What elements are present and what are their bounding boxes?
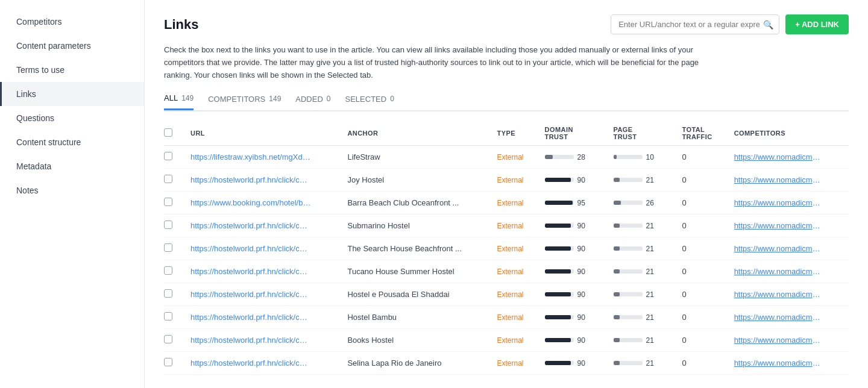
competitor-link[interactable]: https://www.nomadicmat... xyxy=(734,152,825,161)
anchor-text: LifeStraw xyxy=(347,152,380,161)
select-all-checkbox[interactable] xyxy=(164,128,172,137)
page-trust-value: 21 xyxy=(646,359,658,368)
search-input[interactable] xyxy=(611,14,779,34)
sidebar-item-questions[interactable]: Questions xyxy=(0,106,144,130)
bar-bg xyxy=(545,224,574,228)
url-link[interactable]: https://hostelworld.prf.hn/click/camref:… xyxy=(190,267,311,276)
tab-all[interactable]: ALL 149 xyxy=(164,93,193,110)
row-type-cell: External xyxy=(489,329,537,352)
url-link[interactable]: https://hostelworld.prf.hn/click/camref:… xyxy=(190,175,311,184)
row-anchor-cell: Joy Hostel xyxy=(340,169,489,192)
url-link[interactable]: https://hostelworld.prf.hn/click/camref:… xyxy=(190,221,311,230)
row-anchor-cell: LifeStraw xyxy=(340,146,489,169)
url-link[interactable]: https://www.booking.com/hotel/br/barra-b… xyxy=(190,198,311,207)
row-checkbox[interactable] xyxy=(164,266,172,275)
traffic-value: 0 xyxy=(682,336,686,345)
row-checkbox-cell xyxy=(164,283,183,306)
sidebar-item-content-parameters[interactable]: Content parameters xyxy=(0,34,144,58)
sidebar-item-notes[interactable]: Notes xyxy=(0,178,144,202)
traffic-value: 0 xyxy=(682,313,686,322)
url-link[interactable]: https://hostelworld.prf.hn/click/camref:… xyxy=(190,358,311,368)
bar-bg xyxy=(545,178,574,182)
row-checkbox[interactable] xyxy=(164,335,172,343)
tab-count: 0 xyxy=(390,95,394,103)
domain-trust-bar: 90 xyxy=(545,313,599,322)
sidebar-item-metadata[interactable]: Metadata xyxy=(0,154,144,178)
bar-fill xyxy=(545,315,571,319)
tab-added[interactable]: ADDED 0 xyxy=(295,95,330,110)
page-trust-value: 21 xyxy=(646,222,658,230)
competitor-link[interactable]: https://www.nomadicmat... xyxy=(734,198,825,207)
bar-bg xyxy=(614,338,643,342)
row-url-cell: https://hostelworld.prf.hn/click/camref:… xyxy=(183,329,340,352)
url-link[interactable]: https://lifestraw.xyibsh.net/mgXd1D xyxy=(190,152,311,161)
page-trust-bar: 21 xyxy=(614,290,668,299)
row-page-trust-cell: 21 xyxy=(606,283,675,306)
sidebar-item-content-structure[interactable]: Content structure xyxy=(0,130,144,154)
row-anchor-cell: Books Hostel xyxy=(340,329,489,352)
row-checkbox-cell xyxy=(164,192,183,214)
tab-label: ADDED xyxy=(295,95,323,104)
page-description: Check the box next to the links you want… xyxy=(164,44,706,81)
url-link[interactable]: https://hostelworld.prf.hn/click/camref:… xyxy=(190,313,311,322)
domain-trust-value: 90 xyxy=(577,268,590,276)
sidebar-item-terms-to-use[interactable]: Terms to use xyxy=(0,58,144,82)
sidebar: CompetitorsContent parametersTerms to us… xyxy=(0,0,145,388)
sidebar-item-competitors[interactable]: Competitors xyxy=(0,10,144,34)
domain-trust-bar: 90 xyxy=(545,222,599,230)
add-link-button[interactable]: + ADD LINK xyxy=(785,14,849,34)
row-competitors-cell: https://www.nomadicmat... xyxy=(727,169,849,192)
row-checkbox[interactable] xyxy=(164,289,172,298)
sidebar-item-links[interactable]: Links xyxy=(0,82,144,106)
url-link[interactable]: https://hostelworld.prf.hn/click/camref:… xyxy=(190,290,311,299)
row-checkbox[interactable] xyxy=(164,358,172,366)
bar-fill xyxy=(545,178,571,182)
url-link[interactable]: https://hostelworld.prf.hn/click/camref:… xyxy=(190,336,311,345)
row-type-cell: External xyxy=(489,306,537,329)
competitor-link[interactable]: https://www.nomadicmat... xyxy=(734,267,825,276)
bar-bg xyxy=(614,246,643,251)
row-traffic-cell: 0 xyxy=(675,283,726,306)
table-row: https://www.booking.com/hotel/br/barra-b… xyxy=(164,192,849,214)
table-row: https://hostelworld.prf.hn/click/camref:… xyxy=(164,283,849,306)
competitor-link[interactable]: https://www.nomadicmat... xyxy=(734,290,825,299)
row-checkbox[interactable] xyxy=(164,175,172,183)
row-competitors-cell: https://www.nomadicmat... xyxy=(727,352,849,375)
url-link[interactable]: https://hostelworld.prf.hn/click/camref:… xyxy=(190,244,311,253)
competitor-link[interactable]: https://www.nomadicmat... xyxy=(734,221,825,230)
competitor-link[interactable]: https://www.nomadicmat... xyxy=(734,358,825,368)
row-traffic-cell: 0 xyxy=(675,192,726,214)
domain-trust-bar: 90 xyxy=(545,336,599,345)
bar-fill xyxy=(614,269,620,274)
row-checkbox[interactable] xyxy=(164,152,172,160)
bar-fill xyxy=(614,292,620,296)
tab-competitors[interactable]: COMPETITORS 149 xyxy=(208,95,281,110)
col-competitors: COMPETITORS xyxy=(727,121,849,146)
row-page-trust-cell: 21 xyxy=(606,306,675,329)
row-domain-trust-cell: 90 xyxy=(538,237,606,260)
competitor-link[interactable]: https://www.nomadicmat... xyxy=(734,313,825,322)
row-page-trust-cell: 21 xyxy=(606,260,675,283)
type-badge: External xyxy=(497,222,523,230)
tab-count: 0 xyxy=(327,95,331,103)
anchor-text: Hostel Bambu xyxy=(347,313,397,322)
row-checkbox[interactable] xyxy=(164,243,172,252)
row-anchor-cell: Submarino Hostel xyxy=(340,214,489,237)
row-traffic-cell: 0 xyxy=(675,352,726,375)
competitor-link[interactable]: https://www.nomadicmat... xyxy=(734,336,825,345)
competitor-link[interactable]: https://www.nomadicmat... xyxy=(734,175,825,184)
row-type-cell: External xyxy=(489,214,537,237)
domain-trust-value: 90 xyxy=(577,176,590,184)
row-url-cell: https://www.booking.com/hotel/br/barra-b… xyxy=(183,192,340,214)
bar-fill xyxy=(545,224,571,228)
row-anchor-cell: The Search House Beachfront ... xyxy=(340,237,489,260)
row-checkbox[interactable] xyxy=(164,312,172,321)
competitor-link[interactable]: https://www.nomadicmat... xyxy=(734,244,825,253)
row-checkbox[interactable] xyxy=(164,198,172,206)
bar-bg xyxy=(545,201,574,205)
row-checkbox[interactable] xyxy=(164,221,172,229)
tabs-bar: ALL 149COMPETITORS 149ADDED 0SELECTED 0 xyxy=(164,93,849,111)
table-header: URL ANCHOR TYPE DOMAINTRUST PAGETRUST TO… xyxy=(164,121,849,146)
tab-selected[interactable]: SELECTED 0 xyxy=(345,95,394,110)
bar-bg xyxy=(614,178,643,182)
